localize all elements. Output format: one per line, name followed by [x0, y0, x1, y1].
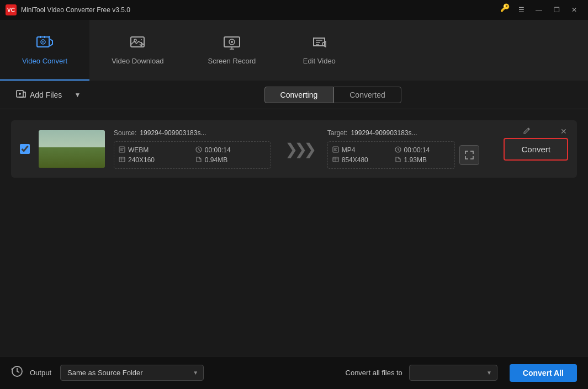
- source-resolution-item: 240X160: [119, 156, 189, 164]
- output-clock-icon: [11, 365, 23, 380]
- convert-all-dropdown-wrapper: ▼: [409, 365, 497, 381]
- output-dropdown-wrapper: Same as Source Folder ▼: [60, 365, 204, 381]
- edit-video-icon: [310, 35, 328, 52]
- svg-rect-11: [119, 157, 125, 162]
- target-label: Target:: [327, 129, 348, 137]
- target-resolution: 854X480: [342, 156, 368, 164]
- format-icon: [119, 146, 125, 154]
- convert-all-dropdown[interactable]: [409, 365, 497, 381]
- output-label: Output: [30, 369, 51, 377]
- key-icon: 🔑: [500, 3, 510, 17]
- nav-tab-video-convert[interactable]: Video Convert: [0, 20, 89, 81]
- target-format-item: MP4: [332, 146, 388, 154]
- resize-button[interactable]: [459, 145, 479, 165]
- nav-tab-video-download[interactable]: Video Download: [89, 20, 186, 81]
- source-size-item: 0.94MB: [195, 156, 266, 164]
- target-filename: 199294-909903183s...: [351, 129, 417, 137]
- card-actions: [521, 126, 533, 137]
- svg-point-7: [231, 41, 233, 43]
- bottom-bar: Output Same as Source Folder ▼ Convert a…: [0, 356, 588, 389]
- minimize-button[interactable]: —: [531, 3, 547, 17]
- video-download-icon: [129, 35, 146, 52]
- target-duration-icon: [395, 146, 401, 154]
- source-meta-grid: WEBM 00:00:14 240X160: [114, 141, 271, 169]
- nav-tab-screen-record[interactable]: Screen Record: [186, 20, 278, 81]
- app-title: MiniTool Video Converter Free v3.5.0: [21, 6, 496, 14]
- nav-tab-edit-video-label: Edit Video: [303, 57, 336, 65]
- edit-target-button[interactable]: [521, 126, 533, 137]
- video-convert-icon: [36, 35, 54, 52]
- svg-point-3: [134, 39, 136, 41]
- resolution-icon: [119, 156, 125, 164]
- restore-button[interactable]: ❐: [548, 3, 565, 17]
- add-files-dropdown-button[interactable]: ▼: [72, 87, 83, 103]
- convert-all-button[interactable]: Convert All: [510, 364, 577, 382]
- close-card-button[interactable]: ✕: [558, 126, 569, 137]
- target-duration: 00:00:14: [404, 146, 430, 154]
- convert-button[interactable]: Convert: [504, 138, 568, 161]
- target-duration-item: 00:00:14: [395, 146, 451, 154]
- nav-tab-screen-record-label: Screen Record: [208, 57, 256, 65]
- convert-all-label: Convert all files to: [346, 369, 402, 377]
- close-button[interactable]: ✕: [566, 3, 582, 17]
- convert-arrow: ❯❯❯: [279, 140, 319, 158]
- size-icon: [195, 156, 202, 164]
- source-size: 0.94MB: [205, 156, 227, 164]
- target-format-icon: [332, 146, 339, 154]
- main-content: Source: 199294-909903183s... WEBM: [0, 109, 588, 356]
- target-info: Target: 199294-909903183s... MP4: [327, 129, 484, 169]
- svg-point-4: [141, 39, 142, 40]
- target-resolution-item: 854X480: [332, 156, 388, 164]
- target-size-icon: [395, 156, 401, 164]
- source-filename: 199294-909903183s...: [140, 129, 206, 137]
- nav-tab-video-download-label: Video Download: [112, 57, 163, 65]
- source-duration-item: 00:00:14: [195, 146, 266, 154]
- source-format: WEBM: [128, 146, 149, 154]
- nav-bar: Video Convert Video Download: [0, 20, 588, 81]
- target-format: MP4: [342, 146, 356, 154]
- target-size: 1.93MB: [404, 156, 427, 164]
- title-controls: 🔑 ☰ — ❐ ✕: [500, 3, 582, 17]
- target-meta-grid: MP4 00:00:14 854X480: [327, 141, 455, 169]
- converting-tab[interactable]: Converting: [264, 87, 334, 103]
- source-duration: 00:00:14: [205, 146, 231, 154]
- title-bar: VC MiniTool Video Converter Free v3.5.0 …: [0, 0, 588, 20]
- toolbar: Add Files ▼ Converting Converted: [0, 81, 588, 109]
- add-files-button[interactable]: Add Files: [11, 86, 66, 104]
- file-checkbox[interactable]: [20, 144, 30, 154]
- source-format-item: WEBM: [119, 146, 189, 154]
- add-files-label: Add Files: [30, 90, 62, 99]
- svg-rect-14: [333, 157, 338, 162]
- add-files-icon: [15, 88, 27, 102]
- app-logo: VC: [6, 4, 17, 15]
- source-resolution: 240X160: [128, 156, 155, 164]
- menu-button[interactable]: ☰: [513, 3, 529, 17]
- duration-icon: [195, 146, 202, 154]
- converted-tab[interactable]: Converted: [333, 87, 401, 103]
- nav-tab-video-convert-label: Video Convert: [22, 57, 67, 65]
- target-resolution-icon: [332, 156, 339, 164]
- output-dropdown[interactable]: Same as Source Folder: [60, 365, 204, 381]
- source-label: Source:: [114, 129, 136, 137]
- source-info: Source: 199294-909903183s... WEBM: [114, 129, 271, 169]
- screen-record-icon: [223, 35, 241, 52]
- file-thumbnail: [39, 130, 105, 168]
- file-card: Source: 199294-909903183s... WEBM: [11, 120, 577, 178]
- target-size-item: 1.93MB: [395, 156, 451, 164]
- nav-tab-edit-video[interactable]: Edit Video: [278, 20, 361, 81]
- sub-tabs: Converting Converted: [88, 87, 577, 103]
